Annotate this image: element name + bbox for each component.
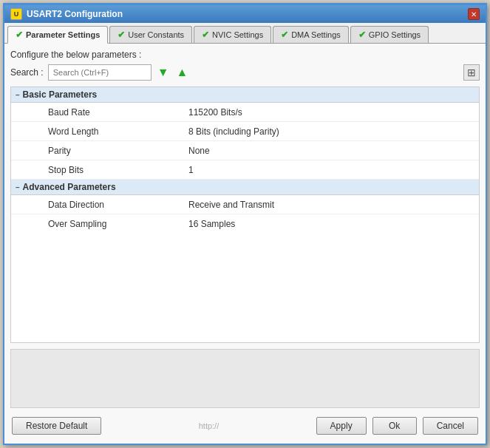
tab-user-constants[interactable]: ✔ User Constants: [109, 26, 192, 43]
basic-collapse-icon[interactable]: –: [16, 91, 20, 99]
tab-label: NVIC Settings: [212, 30, 263, 39]
search-next-button[interactable]: ▼: [156, 67, 171, 78]
tab-label: Parameter Settings: [26, 30, 100, 39]
search-prev-button[interactable]: ▲: [175, 67, 190, 78]
title-bar: U USART2 Configuration ✕: [4, 5, 486, 23]
advanced-parameters-label: Advanced Parameters: [23, 182, 116, 192]
footer: Restore Default http:// Apply Ok Cancel: [10, 414, 480, 438]
param-name: Over Sampling: [11, 219, 174, 229]
apply-button[interactable]: Apply: [316, 417, 367, 435]
tab-parameter-settings[interactable]: ✔ Parameter Settings: [7, 26, 108, 44]
tab-gpio-settings[interactable]: ✔ GPIO Settings: [350, 26, 429, 43]
param-value: None: [174, 146, 210, 156]
table-row: Stop Bits 1: [11, 160, 479, 180]
table-row: Over Sampling 16 Samples: [11, 214, 479, 234]
table-row: Data Direction Receive and Transmit: [11, 195, 479, 214]
tab-check-icon: ✔: [16, 30, 23, 40]
search-row: Search : ▼ ▲ ⊞: [10, 64, 480, 81]
tab-check-icon: ✔: [118, 30, 125, 40]
title-bar-left: U USART2 Configuration: [10, 8, 123, 20]
window-body: Configure the below parameters : Search …: [4, 44, 486, 444]
tab-nvic-settings[interactable]: ✔ NVIC Settings: [194, 26, 271, 43]
tab-label: DMA Settings: [291, 30, 341, 39]
param-value: 1: [174, 165, 194, 175]
search-input[interactable]: [48, 64, 152, 81]
configure-label: Configure the below parameters :: [10, 50, 480, 60]
search-label: Search :: [10, 67, 44, 78]
tab-bar: ✔ Parameter Settings ✔ User Constants ✔ …: [4, 23, 486, 44]
param-name: Parity: [11, 146, 174, 156]
cancel-button[interactable]: Cancel: [423, 417, 478, 435]
basic-parameters-header: – Basic Parameters: [11, 87, 479, 103]
close-button[interactable]: ✕: [468, 8, 480, 20]
params-table: – Basic Parameters Baud Rate 115200 Bits…: [10, 86, 480, 343]
basic-parameters-label: Basic Parameters: [23, 89, 98, 100]
table-row: Baud Rate 115200 Bits/s: [11, 103, 479, 122]
table-row: Parity None: [11, 141, 479, 160]
tab-check-icon: ✔: [281, 30, 288, 40]
tab-label: User Constants: [128, 30, 184, 39]
window-icon: U: [10, 8, 22, 20]
param-value: 115200 Bits/s: [174, 107, 242, 118]
advanced-parameters-header: – Advanced Parameters: [11, 180, 479, 195]
window-title: USART2 Configuration: [27, 9, 123, 19]
tab-label: GPIO Settings: [369, 30, 421, 39]
param-name: Word Length: [11, 126, 174, 137]
param-name: Baud Rate: [11, 107, 174, 118]
watermark: http://: [101, 421, 316, 430]
main-window: U USART2 Configuration ✕ ✔ Parameter Set…: [3, 3, 487, 445]
restore-default-button[interactable]: Restore Default: [12, 417, 101, 435]
tab-check-icon: ✔: [202, 30, 209, 40]
grid-view-button[interactable]: ⊞: [463, 64, 480, 81]
footer-right: Apply Ok Cancel: [316, 417, 478, 435]
tab-check-icon: ✔: [358, 30, 366, 40]
param-value: 16 Samples: [174, 219, 235, 229]
bottom-area: [10, 349, 480, 408]
tab-dma-settings[interactable]: ✔ DMA Settings: [273, 26, 349, 43]
param-value: 8 Bits (including Parity): [174, 126, 279, 137]
param-value: Receive and Transmit: [174, 200, 274, 210]
param-name: Stop Bits: [11, 165, 174, 175]
param-name: Data Direction: [11, 200, 174, 210]
table-row: Word Length 8 Bits (including Parity): [11, 122, 479, 141]
ok-button[interactable]: Ok: [372, 417, 417, 435]
grid-icon: ⊞: [467, 67, 476, 78]
advanced-collapse-icon[interactable]: –: [16, 183, 20, 191]
